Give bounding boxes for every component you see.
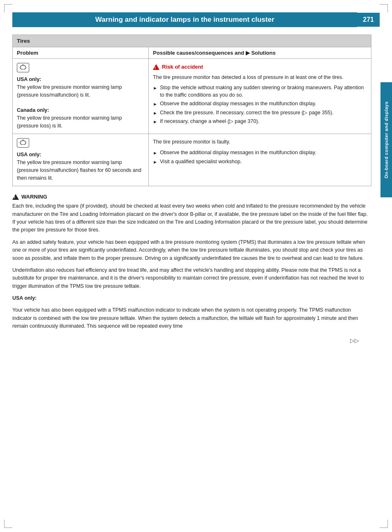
bullet-arrow-icon: ► xyxy=(153,150,157,156)
bullet-item: ► Stop the vehicle without making any su… xyxy=(153,84,367,99)
tpms-symbol-2 xyxy=(17,138,144,149)
warning-heading: WARNING xyxy=(12,194,371,200)
solutions-intro-1: The tire pressure monitor has detected a… xyxy=(153,74,367,81)
col-header-problem: Problem xyxy=(13,47,149,58)
tires-table: Tires Problem Possible causes/consequenc… xyxy=(12,35,371,186)
warning-para-3: Underinflation also reduces fuel efficie… xyxy=(12,266,371,290)
warning-section: WARNING Each tire, including the spare (… xyxy=(12,194,371,330)
corner-mark-tr xyxy=(380,4,388,12)
solutions-intro-2: The tire pressure monitor is faulty. xyxy=(153,138,367,146)
table-header-row: Problem Possible causes/consequences and… xyxy=(13,47,371,59)
risk-of-accident: Risk of accident xyxy=(153,63,367,71)
corner-mark-tl xyxy=(4,4,12,12)
bullet-arrow-icon: ► xyxy=(153,85,157,91)
bullet-item: ► If necessary, change a wheel (▷ page 3… xyxy=(153,118,367,125)
warning-para-5: Your vehicle has also been equipped with… xyxy=(12,306,371,330)
table-row: USA only: The yellow tire pressure monit… xyxy=(13,134,371,186)
bullet-item: ► Observe the additional display message… xyxy=(153,100,367,108)
tpms-symbol-1 xyxy=(17,63,144,74)
warning-para-4: USA only: xyxy=(12,294,371,302)
bullet-arrow-icon: ► xyxy=(153,110,157,116)
warning-para-1: Each tire, including the spare (if provi… xyxy=(12,202,371,234)
corner-mark-br xyxy=(380,520,388,528)
table-row: USA only: The yellow tire pressure monit… xyxy=(13,59,371,134)
bullet-arrow-icon: ► xyxy=(153,159,157,165)
table-title: Tires xyxy=(13,35,371,47)
nav-arrows: ▷▷ xyxy=(12,337,359,344)
warning-label: WARNING xyxy=(21,194,47,200)
bullet-item: ► Visit a qualified specialist workshop. xyxy=(153,158,367,166)
problem-cell-2: USA only: The yellow tire pressure monit… xyxy=(13,134,149,186)
side-tab: On-board computer and displays xyxy=(380,82,392,197)
bullet-item: ► Check the tire pressure. If necessary,… xyxy=(153,109,367,117)
tire-icon-1 xyxy=(19,64,27,69)
page-title: Warning and indicator lamps in the instr… xyxy=(12,12,357,27)
risk-triangle-icon xyxy=(153,64,159,70)
problem-cell-1: USA only: The yellow tire pressure monit… xyxy=(13,59,149,134)
tire-icon-2 xyxy=(19,139,27,145)
warning-para-2: As an added safety feature, your vehicle… xyxy=(12,238,371,262)
svg-point-0 xyxy=(20,65,26,69)
col-header-solutions: Possible causes/consequences and ▶ Solut… xyxy=(149,47,371,58)
solutions-cell-1: Risk of accident The tire pressure monit… xyxy=(149,59,371,134)
bullet-arrow-icon: ► xyxy=(153,101,157,107)
svg-point-2 xyxy=(20,141,26,145)
corner-mark-bl xyxy=(4,520,12,528)
risk-label: Risk of accident xyxy=(162,63,203,71)
bullet-item: ► Observe the additional display message… xyxy=(153,149,367,157)
bullet-arrow-icon: ► xyxy=(153,119,157,125)
warning-triangle-icon xyxy=(12,194,19,200)
problem-text-1: USA only: The yellow tire pressure monit… xyxy=(17,76,144,130)
problem-text-2: USA only: The yellow tire pressure monit… xyxy=(17,151,144,182)
bullet-list-2: ► Observe the additional display message… xyxy=(153,149,367,165)
solutions-cell-2: The tire pressure monitor is faulty. ► O… xyxy=(149,134,371,186)
bullet-list-1: ► Stop the vehicle without making any su… xyxy=(153,84,367,125)
page-header: Warning and indicator lamps in the instr… xyxy=(12,12,380,27)
main-content: Tires Problem Possible causes/consequenc… xyxy=(12,35,371,344)
page-number: 271 xyxy=(357,13,380,27)
